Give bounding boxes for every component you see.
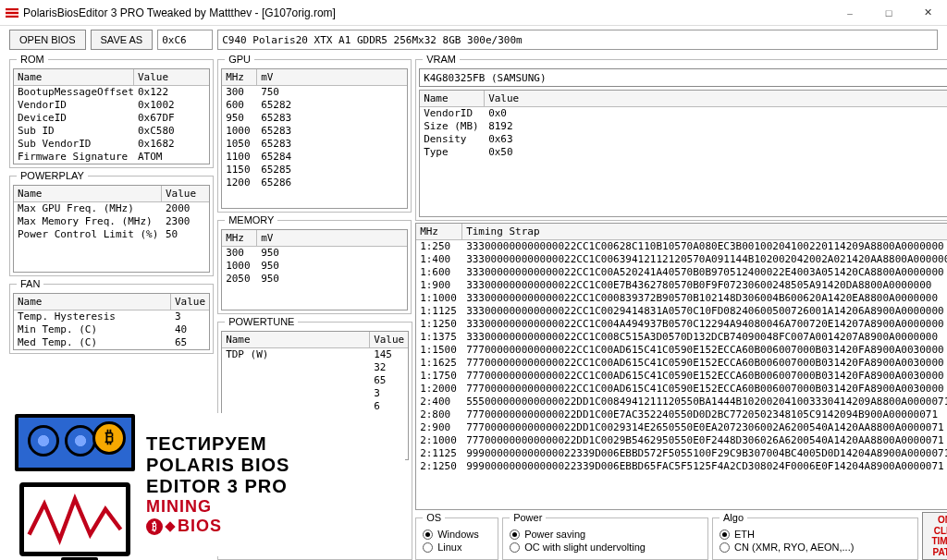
fan-legend: FAN bbox=[17, 278, 43, 289]
table-row[interactable]: DeviceID0x67DF bbox=[14, 112, 209, 125]
table-row[interactable]: 1:400333000000000000022CC1C0063941211212… bbox=[416, 253, 947, 266]
table-row[interactable]: 3 bbox=[222, 387, 408, 400]
table-row[interactable]: 32 bbox=[222, 361, 408, 374]
os-legend: OS bbox=[423, 512, 445, 523]
table-row[interactable]: 2:900777000000000000022DD1C0029314E26505… bbox=[416, 421, 947, 434]
table-row[interactable]: 1:250333000000000000022CC1C00628C110B105… bbox=[416, 240, 947, 253]
table-row[interactable]: Max Memory Freq. (MHz)2300 bbox=[14, 215, 209, 228]
table-row[interactable]: 120065286 bbox=[222, 177, 407, 189]
close-button[interactable]: ✕ bbox=[908, 0, 947, 26]
one-click-patch-button[interactable]: ONE CLICK TIMING PATCH bbox=[922, 512, 947, 560]
table-row[interactable]: 2:800777000000000000022DD1C00E7AC3522405… bbox=[416, 408, 947, 421]
table-row[interactable]: Sub ID0xC580 bbox=[14, 125, 209, 138]
table-row[interactable]: 115065285 bbox=[222, 164, 407, 177]
table-row[interactable]: 95065283 bbox=[222, 112, 407, 125]
table-row[interactable]: 60065282 bbox=[222, 99, 407, 112]
table-row[interactable]: TDP (W)145 bbox=[222, 348, 408, 361]
table-row[interactable]: Min Temp. (C)40 bbox=[14, 323, 209, 336]
table-row[interactable]: Max GPU Freq. (MHz)2000 bbox=[14, 202, 209, 215]
memory-legend: MEMORY bbox=[225, 214, 277, 225]
powerplay-table[interactable]: NameValue Max GPU Freq. (MHz)2000Max Mem… bbox=[13, 185, 210, 273]
table-row[interactable]: VendorID0x1002 bbox=[14, 99, 209, 112]
algo-eth-radio[interactable]: ETH bbox=[719, 529, 911, 540]
table-row[interactable]: 100065283 bbox=[222, 125, 407, 138]
memory-table[interactable]: MHzmV 30095010009502050950 bbox=[221, 229, 408, 310]
hex-input[interactable]: 0xC6 bbox=[157, 30, 213, 50]
table-row[interactable]: 300950 bbox=[222, 247, 407, 260]
open-bios-button[interactable]: OPEN BIOS bbox=[9, 30, 86, 50]
table-row[interactable]: 105065283 bbox=[222, 138, 407, 151]
table-row[interactable]: 300750 bbox=[222, 86, 407, 99]
table-row[interactable]: 1:900333000000000000022CC1C00E7B43627805… bbox=[416, 279, 947, 292]
table-row[interactable]: Firmware SignatureATOM bbox=[14, 151, 209, 164]
table-row[interactable]: 6 bbox=[222, 400, 408, 413]
bios-description-input[interactable]: C940 Polaris20 XTX A1 GDDR5 256Mx32 8GB … bbox=[217, 30, 938, 50]
table-row[interactable]: 1:1625777000000000000022CC1C00AD615C41C0… bbox=[416, 357, 947, 370]
vram-select[interactable]: K4G80325FB (SAMSUNG) ▾ bbox=[419, 68, 947, 87]
algo-legend: Algo bbox=[719, 512, 747, 523]
rom-legend: ROM bbox=[17, 54, 48, 65]
bitcoin-icon: ₿ bbox=[92, 421, 126, 455]
table-row[interactable]: 110065284 bbox=[222, 151, 407, 164]
table-row[interactable]: 2:1125999000000000000022339D006EBBD572F5… bbox=[416, 447, 947, 460]
vram-legend: VRAM bbox=[423, 54, 460, 65]
gpu-table[interactable]: MHzmV 3007506006528295065283100065283105… bbox=[221, 68, 408, 209]
table-row[interactable]: 2:1000777000000000000022DD1C0029B5462950… bbox=[416, 434, 947, 447]
powertune-legend: POWERTUNE bbox=[225, 316, 298, 327]
os-linux-radio[interactable]: Linux bbox=[423, 542, 491, 553]
table-row[interactable]: 1:1375333000000000000022CC1C008C515A3D05… bbox=[416, 331, 947, 344]
table-row[interactable]: BootupMessageOffset0x122 bbox=[14, 86, 209, 99]
table-row[interactable]: Power Control Limit (%)50 bbox=[14, 228, 209, 241]
minimize-button[interactable]: – bbox=[830, 0, 869, 26]
table-row[interactable]: 1:1250333000000000000022CC1C004A494937B0… bbox=[416, 318, 947, 331]
powerplay-legend: POWERPLAY bbox=[17, 170, 88, 181]
os-windows-radio[interactable]: Windows bbox=[423, 529, 491, 540]
app-icon bbox=[6, 8, 18, 18]
algo-cn-radio[interactable]: CN (XMR, RYO, AEON,...) bbox=[719, 542, 911, 553]
bitcoin-icon: ₿ bbox=[146, 518, 163, 535]
monitor-icon bbox=[19, 482, 130, 556]
vram-table[interactable]: NameValue VendorID0x0Size (MB)8192Densit… bbox=[419, 90, 947, 217]
table-row[interactable]: 1:1500777000000000000022CC1C00AD615C41C0… bbox=[416, 344, 947, 357]
table-row[interactable]: 1:1000333000000000000022CC1C000839372B90… bbox=[416, 292, 947, 305]
table-row[interactable]: 1:1750777000000000000022CC1C00AD615C41C0… bbox=[416, 370, 947, 383]
table-row[interactable]: Size (MB)8192 bbox=[420, 120, 947, 133]
table-row[interactable]: 1:1125333000000000000022CC1C0029414831A0… bbox=[416, 305, 947, 318]
save-as-button[interactable]: SAVE AS bbox=[91, 30, 154, 50]
overlay-watermark: ₿ ТЕСТИРУЕМ POLARIS BIOS EDITOR 3 PRO MI… bbox=[7, 413, 405, 556]
table-row[interactable]: 1:2000777000000000000022CC1C00AD615C41C0… bbox=[416, 383, 947, 396]
table-row[interactable]: 1:600333000000000000022CC1C00A520241A405… bbox=[416, 266, 947, 279]
table-row[interactable]: 1000950 bbox=[222, 260, 407, 273]
table-row[interactable]: Type0x50 bbox=[420, 146, 947, 159]
table-row[interactable]: 2:1250999000000000000022339D006EBBD65FAC… bbox=[416, 460, 947, 473]
rom-table[interactable]: NameValue BootupMessageOffset0x122Vendor… bbox=[13, 68, 210, 164]
gpu-legend: GPU bbox=[225, 54, 254, 65]
table-row[interactable]: Sub VendorID0x1682 bbox=[14, 138, 209, 151]
table-row[interactable]: 2:400555000000000000022DD1C0084941211120… bbox=[416, 396, 947, 408]
table-row[interactable]: Temp. Hysteresis3 bbox=[14, 310, 209, 323]
table-row[interactable]: 65 bbox=[222, 374, 408, 387]
table-row[interactable]: Density0x63 bbox=[420, 133, 947, 146]
fan-table[interactable]: NameValue Temp. Hysteresis3Min Temp. (C)… bbox=[13, 293, 210, 350]
power-legend: Power bbox=[510, 512, 546, 523]
table-row[interactable]: 2050950 bbox=[222, 273, 407, 286]
timing-table[interactable]: MHzTiming Strap 1:250333000000000000022C… bbox=[416, 224, 947, 509]
table-row[interactable]: Med Temp. (C)65 bbox=[14, 336, 209, 349]
power-oc-radio[interactable]: OC with slight undervolting bbox=[510, 542, 701, 553]
window-title: PolarisBiosEditor 3 PRO Tweaked by Mattt… bbox=[23, 6, 830, 19]
table-row[interactable]: VendorID0x0 bbox=[420, 107, 947, 120]
diamond-icon bbox=[165, 521, 175, 531]
maximize-button[interactable]: □ bbox=[869, 0, 908, 26]
power-saving-radio[interactable]: Power saving bbox=[510, 529, 701, 540]
gpu-card-icon: ₿ bbox=[15, 414, 135, 471]
